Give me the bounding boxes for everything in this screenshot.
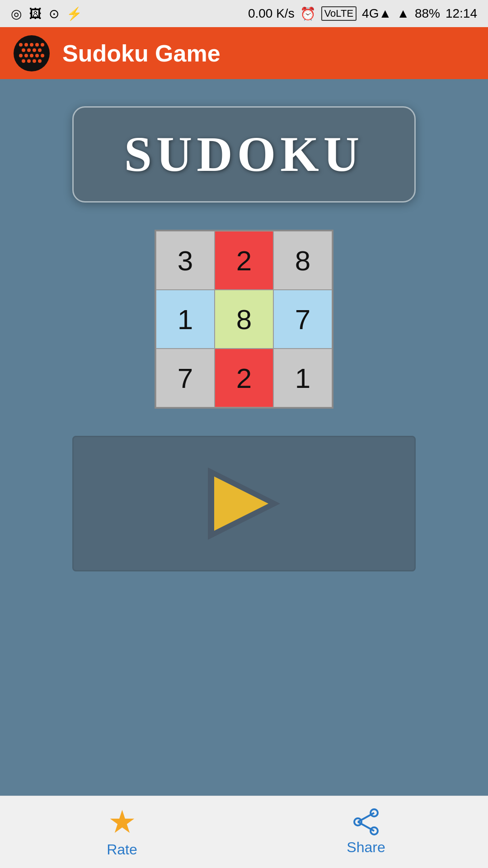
svg-point-0	[19, 43, 23, 47]
share-icon	[352, 808, 380, 835]
battery-level: 88%	[415, 6, 440, 21]
status-bar-left: ◎ 🖼 ⊙ ⚡	[11, 6, 82, 21]
flash-icon: ⚡	[66, 6, 82, 21]
sudoku-cell-3[interactable]: 1	[156, 290, 215, 349]
rate-nav-item[interactable]: ★ Rate	[0, 806, 244, 858]
svg-point-12	[35, 54, 39, 57]
clock: 12:14	[446, 6, 477, 21]
network-speed: 0.00 K/s	[248, 6, 295, 21]
network-4g: 4G▲	[362, 6, 391, 21]
svg-point-8	[38, 48, 42, 52]
bottom-nav: ★ Rate Share	[0, 796, 488, 868]
svg-point-14	[22, 59, 25, 63]
svg-point-2	[30, 43, 33, 47]
svg-point-15	[27, 59, 31, 63]
sudoku-cell-6[interactable]: 7	[156, 349, 215, 407]
svg-line-21	[358, 813, 374, 822]
svg-point-6	[27, 48, 31, 52]
image-icon: 🖼	[29, 6, 42, 21]
sudoku-cell-8[interactable]: 1	[273, 349, 332, 407]
sudoku-cell-0[interactable]: 3	[156, 231, 215, 290]
svg-point-10	[24, 54, 28, 57]
svg-point-13	[41, 54, 44, 57]
record-icon: ⊙	[49, 6, 59, 21]
svg-point-4	[41, 43, 44, 47]
svg-point-9	[19, 54, 23, 57]
volte-badge: VoLTE	[321, 6, 357, 21]
svg-point-16	[33, 59, 36, 63]
status-bar: ◎ 🖼 ⊙ ⚡ 0.00 K/s ⏰ VoLTE 4G▲ ▲ 88% 12:14	[0, 0, 488, 27]
svg-point-11	[30, 54, 33, 57]
svg-point-17	[38, 59, 42, 63]
svg-line-22	[358, 822, 374, 831]
sudoku-cell-4[interactable]: 8	[215, 290, 273, 349]
play-button[interactable]	[72, 436, 416, 571]
app-bar: Sudoku Game	[0, 27, 488, 79]
app-logo	[14, 35, 50, 71]
logo-icon	[18, 42, 45, 65]
sudoku-cell-7[interactable]: 2	[215, 349, 273, 407]
title-card: SUDOKU	[72, 106, 416, 203]
sudoku-cell-1[interactable]: 2	[215, 231, 273, 290]
main-content: SUDOKU 328187721	[0, 79, 488, 796]
svg-point-3	[35, 43, 39, 47]
rate-label: Rate	[107, 841, 137, 858]
share-nav-item[interactable]: Share	[244, 808, 488, 856]
star-icon: ★	[108, 806, 136, 838]
location-icon: ◎	[11, 6, 22, 21]
app-title: Sudoku Game	[62, 40, 221, 67]
svg-point-7	[33, 48, 36, 52]
share-label: Share	[347, 839, 385, 856]
alarm-icon: ⏰	[300, 6, 316, 21]
play-icon-inner	[214, 476, 268, 531]
status-bar-right: 0.00 K/s ⏰ VoLTE 4G▲ ▲ 88% 12:14	[248, 6, 477, 21]
sudoku-cell-2[interactable]: 8	[273, 231, 332, 290]
sudoku-cell-5[interactable]: 7	[273, 290, 332, 349]
play-icon	[208, 467, 280, 540]
signal-icon: ▲	[397, 6, 409, 21]
sudoku-title: SUDOKU	[124, 127, 364, 182]
svg-point-1	[24, 43, 28, 47]
sudoku-grid[interactable]: 328187721	[155, 230, 333, 409]
svg-point-5	[22, 48, 25, 52]
